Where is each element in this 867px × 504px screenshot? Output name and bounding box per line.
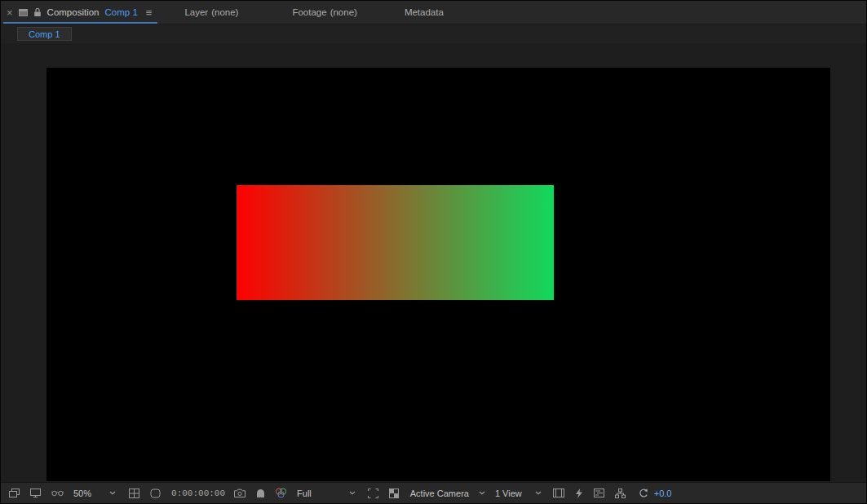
tab-layer[interactable]: Layer (none) <box>184 1 238 24</box>
fast-previews-button[interactable] <box>573 485 585 502</box>
timeline-button[interactable] <box>592 485 606 502</box>
checkerboard-icon <box>389 489 399 498</box>
chevron-down-icon <box>535 491 542 495</box>
tab-layer-state: (none) <box>211 7 238 17</box>
panel-icon <box>19 9 28 16</box>
tab-composition-label: Composition <box>47 7 100 17</box>
region-of-interest-button[interactable] <box>366 485 380 502</box>
timecode-display[interactable]: 0:00:00:00 <box>171 485 225 502</box>
panels-icon <box>9 489 20 497</box>
panels-button[interactable] <box>7 485 21 502</box>
grid-guides-button[interactable] <box>127 485 141 502</box>
lock-icon[interactable] <box>33 7 42 17</box>
chevron-down-icon <box>109 491 116 495</box>
tab-footage[interactable]: Footage (none) <box>292 1 356 24</box>
snapshot-button[interactable] <box>232 485 247 502</box>
rgb-channels-icon <box>275 488 287 498</box>
tab-footage-state: (none) <box>330 7 357 17</box>
pixel-aspect-icon <box>553 489 564 497</box>
flowchart-icon <box>615 489 626 498</box>
tab-metadata[interactable]: Metadata <box>405 1 444 24</box>
transparency-grid-button[interactable] <box>387 485 400 502</box>
resolution-dropdown[interactable]: Full <box>297 485 356 502</box>
timeline-icon <box>594 489 604 497</box>
gradient-layer[interactable] <box>237 185 554 300</box>
exposure-value[interactable]: +0.0 <box>654 485 672 502</box>
resolution-value: Full <box>297 489 312 498</box>
lightning-icon <box>575 489 583 498</box>
mask-visibility-button[interactable] <box>148 485 162 502</box>
chevron-down-icon <box>479 491 485 495</box>
monitor-icon <box>30 489 41 497</box>
channels-button[interactable] <box>273 485 289 502</box>
panel-tab-bar: × Composition Comp 1 ≡ Layer (none) Foot… <box>1 1 866 24</box>
magnification-dropdown[interactable]: 50% <box>73 485 116 502</box>
mask-icon <box>150 489 161 498</box>
tab-layer-label: Layer <box>184 7 208 17</box>
grid-guides-icon <box>129 489 139 498</box>
flowchart-button[interactable] <box>613 485 627 502</box>
camera-view-dropdown[interactable]: Active Camera <box>410 485 485 502</box>
after-effects-composition-panel: × Composition Comp 1 ≡ Layer (none) Foot… <box>0 0 867 504</box>
reset-icon <box>638 488 648 498</box>
region-of-interest-icon <box>368 489 378 498</box>
view-layout-dropdown[interactable]: 1 View <box>495 485 542 502</box>
active-tab-underline <box>3 22 157 24</box>
menu-icon[interactable]: ≡ <box>146 7 153 18</box>
ghost-icon <box>256 489 265 498</box>
reset-exposure-button[interactable] <box>636 485 650 502</box>
show-snapshot-button[interactable] <box>254 485 267 502</box>
camera-icon <box>234 489 246 497</box>
close-icon[interactable]: × <box>7 7 13 18</box>
tab-metadata-label: Metadata <box>405 7 444 17</box>
composition-strip: Comp 1 <box>1 24 866 43</box>
chevron-down-icon <box>349 491 356 495</box>
camera-view-value: Active Camera <box>410 489 469 498</box>
viewer-pasteboard <box>1 43 866 482</box>
active-comp-chip[interactable]: Comp 1 <box>17 27 72 41</box>
goggles-button[interactable] <box>50 485 65 502</box>
tab-footage-label: Footage <box>292 7 326 17</box>
composition-viewport[interactable] <box>46 68 830 481</box>
magnification-value: 50% <box>73 489 91 498</box>
tab-composition-comp-name: Comp 1 <box>105 7 138 17</box>
monitor-button[interactable] <box>29 485 42 502</box>
goggles-icon <box>51 489 64 497</box>
pixel-aspect-button[interactable] <box>551 485 566 502</box>
view-layout-value: 1 View <box>495 489 522 498</box>
tab-composition[interactable]: × Composition Comp 1 ≡ <box>1 1 160 24</box>
viewer-toolbar: 50% 0:00:00:00 <box>1 482 866 503</box>
